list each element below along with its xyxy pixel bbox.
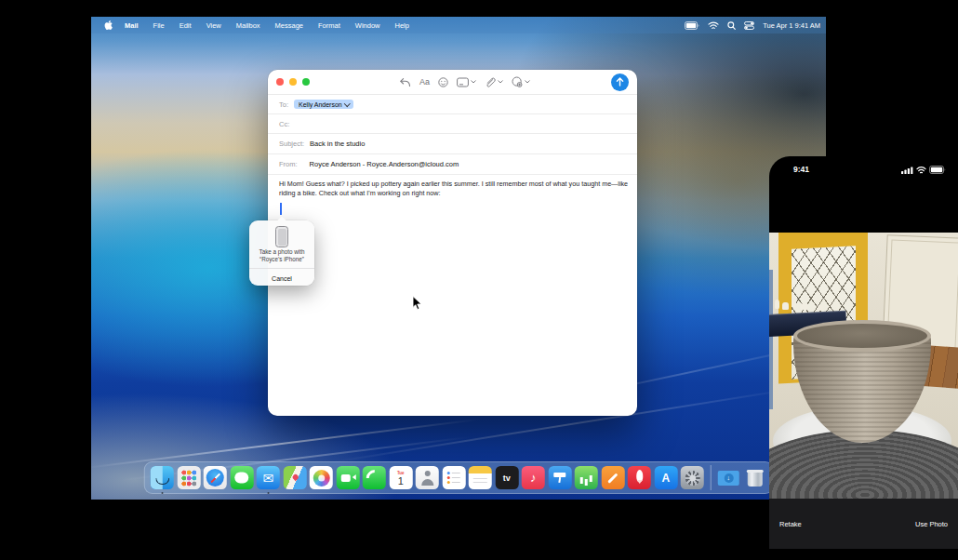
cancel-button[interactable]: Cancel [249,271,314,286]
dock-icon-facetime[interactable] [336,466,359,489]
iphone-overlay: 9:41 [769,156,958,555]
message-body[interactable]: Hi Mom! Guess what? I picked up pottery … [279,180,630,199]
finder-app-icon [151,466,174,489]
menu-message[interactable]: Message [268,21,311,30]
downloads-app-icon [717,466,740,489]
studio-wall-edge [769,270,773,409]
messages-app-icon [230,466,253,489]
popover-title-line1: Take a photo with [251,248,313,256]
menu-items: MailFileEditViewMailboxMessageFormatWind… [117,21,417,30]
insert-photo-icon[interactable] [512,76,530,87]
reminders-app-icon [442,466,465,489]
music-app-icon [522,466,545,489]
format-button[interactable]: Aa [419,77,430,87]
search-icon[interactable] [727,21,736,30]
camera-action-bar: Retake Use Photo [769,499,958,549]
menu-file[interactable]: File [146,21,172,30]
dock-icon-tv[interactable]: tv [495,466,518,489]
emoji-icon[interactable] [438,77,448,87]
trash-app-icon [743,466,766,489]
cellular-signal-icon [901,167,913,174]
dock-icon-downloads[interactable] [717,466,740,489]
menu-mail[interactable]: Mail [117,21,146,30]
dock-icon-launchpad[interactable] [177,466,200,489]
retake-button[interactable]: Retake [779,520,802,528]
dock-icon-photos[interactable] [310,466,333,489]
battery-icon[interactable] [685,21,699,30]
settings-app-icon [681,466,704,489]
dock-icon-maps[interactable] [283,466,306,489]
mail-app-icon [257,466,280,489]
mac-desktop: MailFileEditViewMailboxMessageFormatWind… [91,17,826,500]
dock-icon-calendar[interactable]: Tue1 [389,466,412,489]
running-indicator [161,492,164,495]
cc-field[interactable]: Cc: [268,114,637,134]
notes-app-icon [469,466,492,489]
recipient-token[interactable]: Kelly Anderson [294,100,353,109]
dock-icon-messages[interactable] [230,466,253,489]
iphone-status-time: 9:41 [793,165,809,174]
menu-window[interactable]: Window [348,21,388,30]
popover-divider [249,268,314,269]
safari-app-icon [204,466,227,489]
apple-menu-icon[interactable] [104,20,113,31]
compose-toolbar: Aa [399,76,530,87]
wifi-icon[interactable] [708,21,719,30]
menu-view[interactable]: View [199,21,229,30]
mouse-cursor [412,296,422,311]
subject-value: Back in the studio [310,140,365,148]
dock-icon-safari[interactable] [204,466,227,489]
dock-icon-keynote[interactable] [548,466,571,489]
dock-icon-numbers[interactable] [575,466,598,489]
menu-edit[interactable]: Edit [172,21,199,30]
chevron-down-icon [344,100,350,106]
cc-label: Cc: [279,120,289,128]
dock-icon-contacts[interactable] [416,466,439,489]
to-field[interactable]: To: Kelly Anderson [268,95,637,114]
subject-field[interactable]: Subject: Back in the studio [268,134,637,154]
contacts-app-icon [416,466,439,489]
clay-pot-rim [793,320,931,352]
from-field[interactable]: From: Royce Anderson - Royce.Anderson@ic… [268,154,637,175]
minimize-button[interactable] [289,78,297,86]
send-button[interactable] [611,73,629,91]
control-center-icon[interactable] [744,21,754,30]
dock-icon-settings[interactable] [681,466,704,489]
launchpad-app-icon [177,466,200,489]
dock-icon-rocket[interactable] [628,466,651,489]
dock-icon-phone[interactable] [363,466,386,489]
attachment-icon[interactable] [485,76,503,87]
phone-app-icon [363,466,386,489]
dock-apps: Tue1tvA [151,466,704,489]
mail-compose-window: Aa [268,70,637,416]
dock-trailing [717,466,767,489]
menu-help[interactable]: Help [387,21,416,30]
to-label: To: [279,100,288,109]
subject-label: Subject: [279,140,304,148]
facetime-app-icon [336,466,359,489]
dock-icon-mail[interactable] [257,466,280,489]
photos-app-icon [310,466,333,489]
numbers-app-icon [575,466,598,489]
header-fields-button[interactable] [457,77,476,87]
menu-clock[interactable]: Tue Apr 1 9:41 AM [763,21,820,30]
dock-icon-pages[interactable] [601,466,624,489]
dock-icon-notes[interactable] [469,466,492,489]
close-button[interactable] [276,78,284,86]
dock-divider [710,465,711,490]
dock-icon-trash[interactable] [743,466,766,489]
menu-bar: MailFileEditViewMailboxMessageFormatWind… [91,17,826,33]
maps-app-icon [283,466,306,489]
dock-icon-finder[interactable] [151,466,174,489]
menu-mailbox[interactable]: Mailbox [229,21,268,30]
wifi-icon [916,167,926,174]
undo-icon[interactable] [399,77,411,87]
menu-format[interactable]: Format [311,21,348,30]
dock-icon-reminders[interactable] [442,466,465,489]
dock-icon-appstore[interactable]: A [654,466,677,489]
use-photo-button[interactable]: Use Photo [915,520,948,528]
from-value: Royce Anderson - Royce.Anderson@icloud.c… [310,160,459,168]
zoom-button[interactable] [302,78,310,86]
calendar-app-icon: Tue1 [389,466,412,489]
dock-icon-music[interactable] [522,466,545,489]
